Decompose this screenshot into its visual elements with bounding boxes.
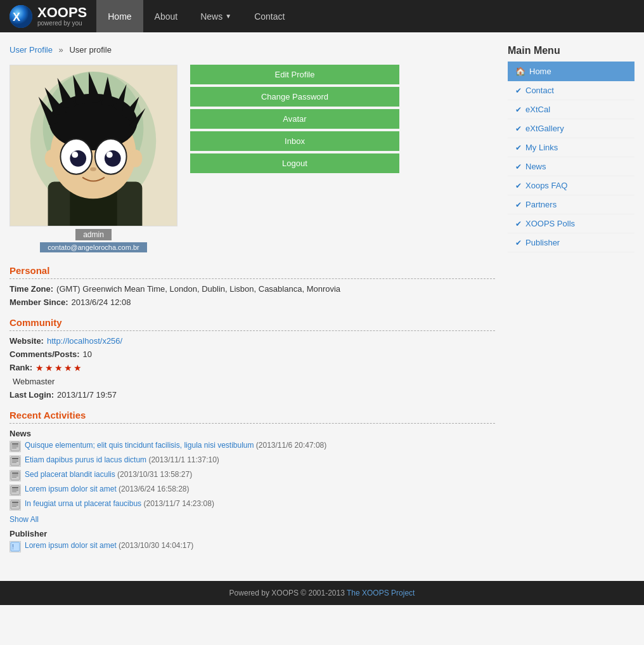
list-item: ! Lorem ipsum dolor sit amet (2013/10/30… bbox=[10, 541, 495, 552]
svg-point-29 bbox=[45, 150, 58, 167]
brand-text: XOOPS powered by you bbox=[37, 6, 87, 27]
check-icon-extgallery: ✔ bbox=[515, 124, 522, 133]
nav-contact[interactable]: Contact bbox=[243, 0, 296, 32]
check-icon-partners: ✔ bbox=[515, 200, 522, 209]
check-icon-extcal: ✔ bbox=[515, 105, 522, 114]
check-icon-xoopspolls: ✔ bbox=[515, 219, 522, 228]
sidebar-item-news[interactable]: ✔ News bbox=[508, 157, 634, 176]
rank-title-row: Webmaster bbox=[10, 377, 495, 386]
news-item-5: In feugiat urna ut placerat faucibus (20… bbox=[25, 499, 214, 508]
svg-point-28 bbox=[90, 167, 96, 171]
main-container: User Profile » User profile bbox=[0, 32, 644, 568]
sidebar-item-publisher[interactable]: ✔ Publisher bbox=[508, 233, 634, 252]
sidebar-item-partners[interactable]: ✔ Partners bbox=[508, 195, 634, 214]
list-item: Etiam dapibus purus id lacus dictum (201… bbox=[10, 455, 495, 467]
news-activities-label: News bbox=[10, 429, 495, 438]
check-icon-contact: ✔ bbox=[515, 86, 522, 95]
sidebar-publisher-label: Publisher bbox=[525, 238, 560, 247]
navbar: X XOOPS powered by you Home About News ▼… bbox=[0, 0, 644, 32]
svg-text:!: ! bbox=[12, 544, 14, 551]
timezone-row: Time Zone: (GMT) Greenwich Mean Time, Lo… bbox=[10, 284, 495, 294]
logout-button[interactable]: Logout bbox=[190, 153, 399, 173]
news-item-4: Lorem ipsum dolor sit amet (2013/6/24 16… bbox=[25, 485, 190, 493]
news-caret-icon: ▼ bbox=[225, 13, 231, 20]
news-icon-4 bbox=[10, 485, 21, 496]
list-item: In feugiat urna ut placerat faucibus (20… bbox=[10, 499, 495, 511]
profile-buttons: Edit Profile Change Password Avatar Inbo… bbox=[190, 65, 495, 173]
svg-rect-50 bbox=[12, 492, 16, 492]
news-link-2[interactable]: Etiam dapibus purus id lacus dictum bbox=[25, 455, 146, 464]
news-item-1: Quisque elementum; elit quis tincidunt f… bbox=[25, 441, 326, 450]
sidebar-item-home[interactable]: 🏠 Home bbox=[508, 62, 634, 81]
sidebar: Main Menu 🏠 Home ✔ Contact ✔ eXtCal ✔ eX… bbox=[508, 45, 634, 556]
footer: Powered by XOOPS © 2001-2013 The XOOPS P… bbox=[0, 581, 644, 605]
sidebar-item-xoopspolls[interactable]: ✔ XOOPS Polls bbox=[508, 214, 634, 233]
news-item-2: Etiam dapibus purus id lacus dictum (201… bbox=[25, 455, 219, 464]
sidebar-item-xoopsfaq[interactable]: ✔ Xoops FAQ bbox=[508, 176, 634, 195]
footer-text: Powered by XOOPS © 2001-2013 bbox=[229, 589, 347, 597]
main-content: User Profile » User profile bbox=[10, 45, 495, 556]
profile-image-section: admin contato@angelorocha.com.br bbox=[10, 65, 177, 252]
nav-news[interactable]: News ▼ bbox=[189, 0, 243, 32]
nav-about[interactable]: About bbox=[143, 0, 190, 32]
check-icon-xoopsfaq: ✔ bbox=[515, 181, 522, 190]
svg-point-30 bbox=[130, 150, 143, 167]
sidebar-item-extcal[interactable]: ✔ eXtCal bbox=[508, 100, 634, 119]
sidebar-item-extgallery[interactable]: ✔ eXtGallery bbox=[508, 119, 634, 138]
inbox-button[interactable]: Inbox bbox=[190, 131, 399, 151]
edit-profile-button[interactable]: Edit Profile bbox=[190, 65, 399, 84]
news-date-5: (2013/11/7 14:23:08) bbox=[143, 499, 214, 508]
svg-point-24 bbox=[70, 150, 86, 167]
nav-items: Home About News ▼ Contact bbox=[96, 0, 296, 32]
news-icon-1 bbox=[10, 441, 21, 452]
footer-link[interactable]: The XOOPS Project bbox=[347, 589, 415, 597]
news-date-2: (2013/11/1 11:37:10) bbox=[148, 455, 219, 464]
change-password-button[interactable]: Change Password bbox=[190, 87, 399, 107]
show-all: Show All bbox=[10, 514, 495, 524]
star-5: ★ bbox=[74, 363, 82, 373]
member-since-label: Member Since: bbox=[10, 297, 68, 307]
sidebar-contact-label: Contact bbox=[525, 86, 554, 95]
publisher-activities-label: Publisher bbox=[10, 529, 495, 538]
publisher-icon-1: ! bbox=[10, 541, 21, 552]
avatar-button[interactable]: Avatar bbox=[190, 109, 399, 129]
svg-rect-47 bbox=[12, 487, 18, 488]
check-icon-mylinks: ✔ bbox=[515, 143, 522, 152]
activities-divider bbox=[10, 423, 495, 424]
profile-area: admin contato@angelorocha.com.br Edit Pr… bbox=[10, 65, 495, 252]
rank-label: Rank: bbox=[10, 363, 32, 373]
svg-point-27 bbox=[106, 152, 113, 158]
website-link[interactable]: http://localhost/x256/ bbox=[47, 336, 122, 346]
news-date-4: (2013/6/24 16:58:28) bbox=[119, 485, 189, 493]
news-link-4[interactable]: Lorem ipsum dolor sit amet bbox=[25, 485, 117, 493]
brand-link[interactable]: X XOOPS powered by you bbox=[0, 0, 96, 32]
show-all-link[interactable]: Show All bbox=[10, 515, 39, 524]
sidebar-news-label: News bbox=[525, 162, 546, 171]
breadcrumb-link[interactable]: User Profile bbox=[10, 45, 53, 55]
community-divider bbox=[10, 330, 495, 331]
logo-icon: X bbox=[10, 5, 32, 28]
svg-rect-52 bbox=[12, 502, 18, 503]
news-date-1: (2013/11/6 20:47:08) bbox=[256, 441, 326, 450]
svg-rect-32 bbox=[12, 443, 18, 445]
sidebar-item-contact[interactable]: ✔ Contact bbox=[508, 81, 634, 100]
news-link-3[interactable]: Sed placerat blandit iaculis bbox=[25, 470, 115, 479]
member-since-value: 2013/6/24 12:08 bbox=[71, 297, 131, 307]
timezone-label: Time Zone: bbox=[10, 284, 53, 294]
star-4: ★ bbox=[64, 363, 72, 373]
sidebar-item-mylinks[interactable]: ✔ My Links bbox=[508, 138, 634, 157]
news-link-1[interactable]: Quisque elementum; elit quis tincidunt f… bbox=[25, 441, 254, 450]
star-3: ★ bbox=[55, 363, 63, 373]
news-icon-3 bbox=[10, 470, 21, 481]
svg-rect-40 bbox=[12, 462, 16, 463]
sidebar-menu: 🏠 Home ✔ Contact ✔ eXtCal ✔ eXtGallery ✔… bbox=[508, 62, 634, 252]
news-link-5[interactable]: In feugiat urna ut placerat faucibus bbox=[25, 499, 141, 508]
publisher-date-1: (2013/10/30 14:04:17) bbox=[119, 541, 193, 550]
rank-value: ★ ★ ★ ★ ★ bbox=[35, 363, 82, 373]
svg-rect-39 bbox=[12, 461, 18, 462]
last-login-label: Last Login: bbox=[10, 390, 54, 400]
nav-home[interactable]: Home bbox=[96, 0, 143, 32]
svg-rect-54 bbox=[12, 505, 18, 505]
sidebar-home-label: Home bbox=[529, 67, 551, 76]
publisher-link-1[interactable]: Lorem ipsum dolor sit amet bbox=[25, 541, 117, 550]
